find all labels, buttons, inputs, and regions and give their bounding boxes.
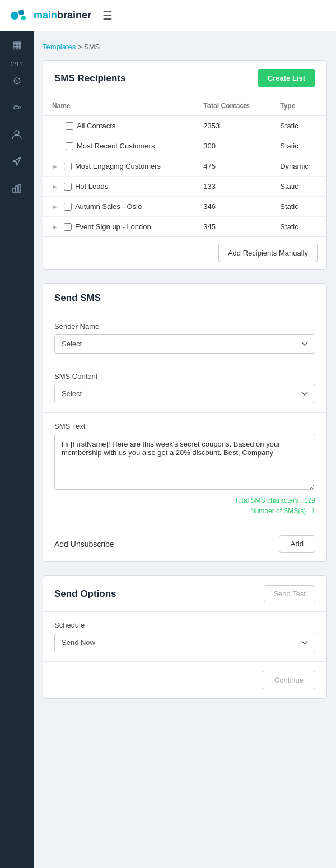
send-sms-header: Send SMS xyxy=(43,284,326,313)
sms-text-area[interactable]: Hi [FirstName]! Here are this week's sec… xyxy=(54,434,315,490)
sender-name-label: Sender Name xyxy=(54,322,315,331)
row-checkbox[interactable] xyxy=(64,163,72,170)
add-recipients-row: Add Recipients Manually xyxy=(43,236,326,269)
row-name-cell: ► Most Engaging Customers xyxy=(43,156,194,177)
row-type-cell: Static xyxy=(271,116,326,136)
svg-point-0 xyxy=(11,12,18,20)
table-row: Most Recent Customers 300Static xyxy=(43,136,326,156)
breadcrumb-separator: > xyxy=(78,43,84,51)
sms-count-stat: Number of SMS(s) : 1 xyxy=(54,506,315,517)
logo-text: mainbrainer xyxy=(34,10,91,21)
sidebar-step: 2/11 xyxy=(11,61,22,67)
sidebar-icon-dashboard[interactable]: ▦ xyxy=(0,31,34,58)
breadcrumb-current: SMS xyxy=(84,43,100,51)
row-name-cell: ► Autumn Sales - Oslo xyxy=(43,197,194,217)
sms-text-label: SMS Text xyxy=(54,422,315,430)
breadcrumb: Templates > SMS xyxy=(43,43,327,51)
table-row: ► Autumn Sales - Oslo 346Static xyxy=(43,197,326,217)
row-checkbox[interactable] xyxy=(64,223,72,231)
sender-name-section: Sender Name Select xyxy=(43,313,326,363)
schedule-section: Schedule Send Now Schedule Later xyxy=(43,612,326,662)
table-row: ► Most Engaging Customers 475Dynamic xyxy=(43,156,326,177)
add-recipients-button[interactable]: Add Recipients Manually xyxy=(218,244,318,262)
row-checkbox[interactable] xyxy=(66,142,73,150)
svg-point-3 xyxy=(15,131,19,135)
svg-rect-4 xyxy=(13,188,15,192)
table-row: ► Event Sign up - London 345Static xyxy=(43,217,326,237)
unsubscribe-label: Add Unsubscribe xyxy=(54,540,114,549)
row-expander-icon[interactable]: ► xyxy=(52,183,58,190)
recipients-title: SMS Recipients xyxy=(54,73,126,84)
sidebar-icon-contacts[interactable] xyxy=(0,121,34,148)
col-name: Name xyxy=(43,96,194,116)
svg-point-1 xyxy=(18,10,24,15)
row-name-text: Event Sign up - London xyxy=(75,222,151,231)
row-type-cell: Static xyxy=(271,217,326,237)
create-list-button[interactable]: Create List xyxy=(258,69,315,87)
col-type: Type xyxy=(271,96,326,116)
row-name-cell: ► Hot Leads xyxy=(43,177,194,197)
add-unsubscribe-button[interactable]: Add xyxy=(279,535,315,553)
row-expander-icon[interactable]: ► xyxy=(52,224,58,230)
send-options-title: Send Options xyxy=(54,588,116,600)
sidebar: ▦ 2/11 ⊙ ✏ xyxy=(0,0,34,868)
send-sms-card: Send SMS Sender Name Select SMS Content … xyxy=(43,283,327,562)
row-contacts-cell: 346 xyxy=(194,197,271,217)
row-name-cell: Most Recent Customers xyxy=(43,136,194,156)
unsubscribe-row: Add Unsubscribe Add xyxy=(43,526,326,561)
row-name-text: Most Recent Customers xyxy=(77,142,155,150)
continue-row: Continue xyxy=(43,662,326,698)
row-type-cell: Static xyxy=(271,197,326,217)
row-contacts-cell: 475 xyxy=(194,156,271,177)
row-name-text: All Contacts xyxy=(77,122,115,130)
row-contacts-cell: 345 xyxy=(194,217,271,237)
svg-rect-6 xyxy=(18,184,21,192)
send-options-card: Send Options Send Test Schedule Send Now… xyxy=(43,575,327,699)
row-type-cell: Static xyxy=(271,177,326,197)
row-expander-icon[interactable]: ► xyxy=(52,163,58,170)
row-name-text: Most Engaging Customers xyxy=(75,162,161,170)
send-test-button[interactable]: Send Test xyxy=(264,585,315,602)
sidebar-icon-analytics[interactable]: ⊙ xyxy=(0,67,34,94)
sms-chars-stat: Total SMS characters : 129 xyxy=(54,495,315,506)
row-contacts-cell: 300 xyxy=(194,136,271,156)
sms-text-section: SMS Text Hi [FirstName]! Here are this w… xyxy=(43,413,326,526)
topnav: mainbrainer ☰ xyxy=(0,0,336,31)
recipients-card-header: SMS Recipients Create List xyxy=(43,61,326,96)
main-content: Templates > SMS SMS Recipients Create Li… xyxy=(34,31,336,868)
row-name-cell: All Contacts xyxy=(43,116,194,136)
row-checkbox[interactable] xyxy=(64,203,72,211)
row-name-text: Autumn Sales - Oslo xyxy=(75,202,142,211)
row-checkbox[interactable] xyxy=(66,122,73,130)
row-contacts-cell: 133 xyxy=(194,177,271,197)
send-sms-title: Send SMS xyxy=(54,293,101,304)
send-options-header: Send Options Send Test xyxy=(43,576,326,612)
sidebar-icon-edit[interactable]: ✏ xyxy=(0,94,34,121)
svg-point-2 xyxy=(21,16,26,20)
sender-name-select[interactable]: Select xyxy=(54,334,315,354)
sms-stats: Total SMS characters : 129 Number of SMS… xyxy=(54,495,315,517)
svg-rect-5 xyxy=(16,186,18,192)
logo-icon xyxy=(9,6,29,26)
row-contacts-cell: 2353 xyxy=(194,116,271,136)
recipients-card: SMS Recipients Create List Name Total Co… xyxy=(43,60,327,270)
continue-button[interactable]: Continue xyxy=(263,671,315,689)
breadcrumb-parent[interactable]: Templates xyxy=(43,43,76,51)
hamburger-icon[interactable]: ☰ xyxy=(102,9,113,22)
schedule-label: Schedule xyxy=(54,621,315,629)
schedule-select[interactable]: Send Now Schedule Later xyxy=(54,633,315,652)
sidebar-icon-send[interactable] xyxy=(0,148,34,175)
logo: mainbrainer ☰ xyxy=(9,6,113,26)
row-checkbox[interactable] xyxy=(64,183,72,191)
row-name-cell: ► Event Sign up - London xyxy=(43,217,194,237)
col-contacts: Total Contacts xyxy=(194,96,271,116)
recipients-table: Name Total Contacts Type All Contacts 23… xyxy=(43,96,326,236)
row-name-text: Hot Leads xyxy=(75,182,108,191)
row-type-cell: Static xyxy=(271,136,326,156)
row-expander-icon[interactable]: ► xyxy=(52,203,58,210)
table-row: ► Hot Leads 133Static xyxy=(43,177,326,197)
row-type-cell: Dynamic xyxy=(271,156,326,177)
sidebar-icon-chart[interactable] xyxy=(0,175,34,202)
sms-content-section: SMS Content Select xyxy=(43,363,326,413)
sms-content-select[interactable]: Select xyxy=(54,384,315,403)
